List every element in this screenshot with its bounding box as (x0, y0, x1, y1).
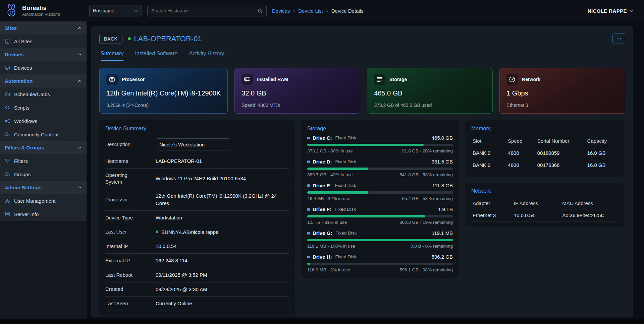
back-button[interactable]: BACK (99, 34, 122, 44)
breadcrumb-device-details: Device Details (331, 8, 364, 14)
funnel-icon (5, 158, 10, 164)
memory-cell: BANK 0 (471, 159, 506, 171)
drive-used: 389.7 GB - 42% in use (307, 172, 353, 177)
drive-remaining: 0.0 B - 0% remaining (411, 244, 453, 249)
panel-header: BACK LAB-OPERATOR-01 (99, 34, 625, 44)
panel-title: Memory (471, 126, 618, 132)
sidebar-item-scripts[interactable]: Scripts (0, 101, 87, 114)
row-value: 09/11/2025 @ 3:52 PM (156, 271, 207, 279)
sidebar-item-devices[interactable]: Devices (0, 61, 87, 74)
drive-used: 1.5 TB - 81% in use (307, 220, 347, 225)
column-header: IP Address (513, 197, 561, 209)
drive-type: Fixed Disk (335, 207, 356, 212)
drive-size: 931.5 GB (432, 159, 453, 165)
drive-usage-bar (307, 215, 453, 217)
stat-value: 1 Gbps (506, 89, 618, 97)
more-actions-button[interactable] (612, 34, 625, 44)
description-input[interactable] (156, 138, 230, 150)
chevron-up-icon (77, 145, 82, 150)
drive-item-c: Drive C: Fixed Disk 465.0 GB 373.2 GB - … (307, 135, 453, 153)
sidebar-item-community-content[interactable]: Community Content (0, 128, 87, 141)
stat-value: 32.0 GB (241, 89, 353, 97)
server-icon (5, 211, 10, 217)
drive-name: Drive H: (313, 254, 332, 260)
sidebar-section-admin-settings[interactable]: Admin Settings (0, 181, 87, 194)
panel-title: Network (471, 188, 618, 194)
tab-installed-software[interactable]: Installed Software (135, 51, 177, 61)
summary-row-external-ip: External IP 162.248.8.114 (105, 254, 289, 268)
breadcrumb-device-list[interactable]: Device List (298, 8, 323, 14)
summary-row-device-type: Device Type Workstation (105, 211, 289, 225)
memory-header-row: Slot Speed Serial Number Capacity (471, 135, 618, 147)
page-title: LAB-OPERATOR-01 (134, 35, 202, 43)
sidebar-section-sites[interactable]: Sites (0, 21, 87, 35)
tab-summary[interactable]: Summary (101, 51, 123, 61)
stat-value: 12th Gen Intel(R) Core(TM) i9-12900K (106, 89, 221, 97)
drive-type: Fixed Disk (335, 159, 357, 164)
summary-row-created: Created 09/28/2025 @ 3:30 AM (105, 282, 289, 297)
nav-item-label: Scheduled Jobs (14, 91, 50, 97)
memory-cell: BANK 0 (471, 147, 506, 159)
gauge-icon (506, 74, 518, 85)
nav-item-label: Server Info (14, 211, 39, 217)
row-value: Currently Online (156, 300, 192, 307)
sidebar-section-filters-groups[interactable]: Filters & Groups (0, 141, 87, 154)
row-value: 162.248.8.114 (156, 257, 187, 264)
nav-item-label: Community Content (14, 132, 59, 137)
nav-item-label: User Management (14, 198, 55, 204)
section-label: Filters & Groups (5, 145, 44, 150)
chevron-down-icon (630, 9, 634, 13)
cpu-icon (106, 74, 118, 85)
drive-size: 119.1 MB (432, 230, 453, 236)
memory-cell: 16.0 GB (586, 147, 618, 159)
sidebar-item-user-management[interactable]: User Management (0, 194, 87, 207)
row-label: Hostname (105, 158, 156, 165)
memory-cell: 4800 (506, 147, 536, 159)
chevron-up-icon (77, 26, 82, 30)
drive-bullet-icon (307, 208, 310, 211)
hostname-filter-dropdown[interactable]: Hostname (89, 5, 142, 16)
topbar: Hostname Devices › Device List › Device … (87, 0, 644, 21)
sidebar-item-workflows[interactable]: Workflows (0, 114, 87, 128)
tab-bar: Summary Installed Software Activity Hist… (99, 51, 625, 61)
sidebar-item-groups[interactable]: Groups (0, 168, 87, 181)
stat-card-installed-ram: Installed RAM 32.0 GB Speed: 4800 MT/s (234, 68, 360, 114)
network-header-row: Adapter IP Address MAC Address (471, 197, 618, 209)
drive-usage-bar (307, 239, 453, 241)
sidebar-section-devices[interactable]: Devices (0, 48, 87, 61)
drive-used: 116.0 MB - 2% in use (307, 267, 350, 272)
search-input[interactable] (151, 8, 255, 13)
drive-bullet-icon (307, 232, 310, 235)
panel-title: Device Summary (105, 126, 289, 132)
summary-row-description: Description (105, 135, 289, 154)
drive-size: 1.9 TB (438, 206, 453, 212)
memory-row: BANK 0 4800 00180859 16.0 GB (471, 147, 618, 159)
user-menu[interactable]: NICOLE RAPPE (588, 8, 634, 14)
borealis-rabbit-logo-icon (4, 3, 19, 18)
people-icon (5, 172, 10, 177)
breadcrumb: Devices › Device List › Device Details (272, 8, 364, 14)
drive-size: 465.0 GB (432, 135, 453, 141)
summary-row-operating-system: Operating System Windows 11 Pro 24H2 Bui… (105, 169, 289, 189)
online-status-dot (156, 231, 158, 233)
search-icon[interactable] (258, 8, 263, 13)
row-value: Windows 11 Pro 24H2 Build 26100.6584 (156, 175, 246, 182)
sidebar-item-scheduled-jobs[interactable]: Scheduled Jobs (0, 87, 87, 101)
storage-panel: Storage Drive C: Fixed Disk 465.0 GB 373… (301, 120, 459, 278)
drive-bullet-icon (307, 256, 310, 258)
summary-row-internal-ip: Internal IP 10.0.0.54 (105, 239, 289, 254)
memory-cell: 4800 (506, 159, 536, 171)
drive-usage-bar (307, 168, 453, 170)
sidebar-section-automation[interactable]: Automation (0, 74, 87, 87)
drive-usage-bar (307, 144, 453, 146)
sidebar-item-filters[interactable]: Filters (0, 154, 87, 168)
drive-bullet-icon (307, 137, 310, 139)
drive-size: 596.2 GB (432, 254, 453, 260)
breadcrumb-devices[interactable]: Devices (272, 8, 290, 14)
sidebar-item-all-sites[interactable]: All Sites (0, 35, 87, 48)
tab-activity-history[interactable]: Activity History (189, 51, 224, 61)
network-cell: Ethernet 3 (471, 209, 513, 221)
nav-item-label: All Sites (14, 39, 32, 44)
stat-value: 465.0 GB (374, 89, 486, 97)
sidebar-item-server-info[interactable]: Server Info (0, 207, 87, 221)
